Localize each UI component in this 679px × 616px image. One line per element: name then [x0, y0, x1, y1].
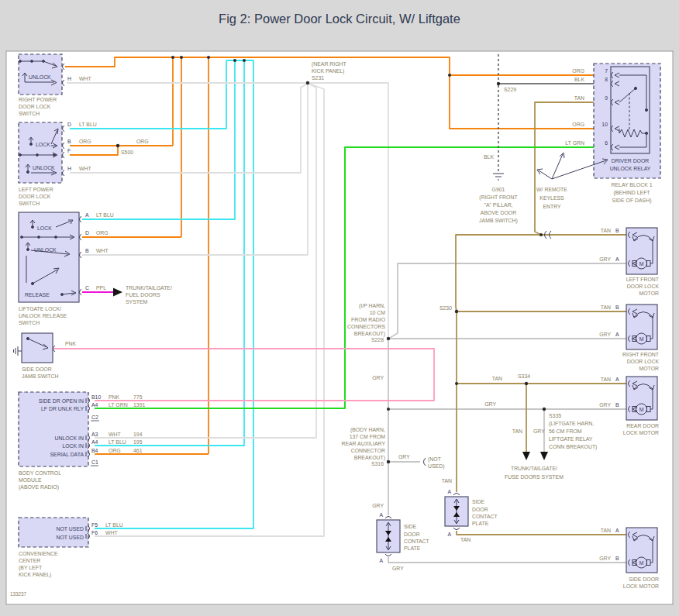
motor-m: M: [639, 261, 644, 267]
component-name: SIDE: [404, 524, 416, 529]
pin-label: B10: [91, 394, 101, 400]
circuit-number: 1391: [133, 402, 145, 408]
wire-color-label: ORG: [572, 68, 584, 74]
component-name: MOTOR: [639, 366, 659, 371]
motor-m: M: [639, 336, 644, 342]
relay-name: UNLOCK RELAY: [610, 166, 651, 171]
component-name: KICK PANEL): [19, 572, 51, 578]
branch-dot: [455, 382, 458, 385]
signal-label: SERIAL DATA: [50, 452, 84, 457]
component-name: DOOR LOCK: [19, 104, 51, 109]
splice-note: 137 CM FROM: [350, 434, 386, 439]
ground-ref: G901: [492, 187, 505, 192]
component-name: SWITCH: [19, 320, 40, 325]
component-name: CONTACT: [472, 514, 498, 519]
branch-dot: [180, 56, 183, 59]
wire-color-label: GRY: [599, 332, 611, 337]
wire-color-label: GRY: [372, 375, 384, 380]
wire-color-label: TAN: [492, 376, 502, 381]
wire-color-label: TAN: [601, 377, 611, 382]
wire-color-label: ORG: [109, 448, 121, 453]
splice-label-s230: S230: [439, 305, 452, 311]
splice-note: (BODY HARN,: [350, 427, 385, 433]
system-ref: SYSTEM: [126, 299, 148, 305]
splice-label: S316: [371, 461, 384, 466]
component-name: (BEHIND LEFT: [613, 190, 650, 196]
splice-label: S231: [312, 75, 324, 81]
wire-color-label: BLK: [484, 154, 494, 160]
branch-dot: [448, 74, 451, 77]
component-name: SWITCH: [19, 111, 40, 116]
pin-label: A: [615, 256, 619, 262]
component-name: RELAY BLOCK 1: [612, 182, 653, 188]
wire-color-label: WHT: [96, 248, 109, 253]
splice-note: REAR AUXILIARY: [341, 441, 385, 446]
signal-label: LOCK IN: [62, 443, 84, 449]
diagram-panel: [6, 51, 673, 604]
pin-label: F5: [91, 522, 98, 528]
splice-note: CONN BREAKOUT): [549, 444, 597, 450]
splice-note: CONNECTORS: [347, 324, 385, 329]
system-ref: FUSE DOORS SYSTEM: [505, 474, 564, 480]
switch-position-label: UNLOCK: [29, 74, 51, 80]
splice-note: LIFTGATE RELAY: [549, 436, 593, 442]
splice-s231-dot: [306, 81, 309, 84]
wire-color-label: WHT: [109, 432, 121, 437]
component-name: BODY CONTROL: [19, 470, 61, 476]
wire-color-label: PNK: [65, 341, 77, 346]
component-name: MODULE: [19, 477, 42, 483]
pin-label: B4: [91, 448, 98, 453]
pin-label: A: [447, 489, 451, 494]
callout-text: W/ REMOTE: [536, 187, 567, 192]
wire-color-label: TAN: [442, 478, 452, 484]
pin-label: A: [379, 512, 383, 518]
splice-note: BREAKOUT): [354, 455, 385, 461]
component-name: SIDE DOOR: [22, 367, 52, 372]
branch-dot: [171, 56, 174, 59]
wire-color-label: LT BLU: [79, 122, 97, 127]
signal-label: NOT USED: [57, 526, 84, 532]
pin-label: A4: [91, 439, 98, 445]
component-name: SIDE: [472, 499, 484, 504]
system-ref: FUEL DOORS: [126, 292, 160, 298]
component-name: REAR DOOR: [626, 423, 659, 428]
splice-s334-dot: [525, 382, 528, 385]
wire-color-label: WHT: [79, 166, 91, 171]
splice-label: S335: [549, 413, 561, 418]
pin-label: 9: [605, 95, 608, 101]
pin-label: B: [615, 402, 619, 408]
component-name: (BY LEFT: [19, 565, 43, 571]
wire-color-label: GRY: [599, 556, 611, 561]
pin-label: 6: [605, 140, 608, 146]
pin-label: B: [85, 248, 89, 253]
component-name: RIGHT FRONT: [622, 352, 660, 357]
pin-label: C: [85, 285, 89, 291]
not-used-label: (NOT: [428, 456, 442, 463]
branch-dot: [233, 59, 236, 62]
wire-color-label: GRY: [398, 454, 410, 459]
motor-m: M: [639, 560, 644, 566]
pin-label: A: [615, 332, 619, 337]
motor-m: M: [639, 407, 644, 412]
component-name: LIFTGATE LOCK/: [19, 306, 61, 311]
pin-label: A: [615, 528, 619, 533]
pin-label: D: [67, 122, 71, 127]
component-name: CENTER: [19, 558, 40, 563]
connector-label: C2: [91, 415, 98, 420]
wire-color-label: GRY: [484, 401, 496, 407]
component-name: SWITCH: [19, 201, 40, 206]
circuit-number: 461: [133, 448, 143, 453]
splice-s228-dot: [387, 337, 390, 340]
wire-color-label: ORG: [96, 230, 109, 236]
signal-label: NOT USED: [57, 535, 84, 540]
page-title: Fig 2: Power Door Lock Circuit, W/ Liftg…: [219, 12, 460, 26]
pin-label: H: [67, 166, 71, 171]
component-name: LEFT POWER: [19, 187, 53, 192]
wire-color-label: WHT: [79, 76, 91, 81]
branch-dot: [207, 56, 210, 59]
wire-color-label: BLK: [574, 77, 584, 82]
pin-label: A3: [91, 432, 98, 437]
wire-color-label: ORG: [572, 122, 584, 127]
splice-note: FROM RADIO: [351, 317, 386, 322]
splice-s229-dot: [497, 82, 500, 85]
